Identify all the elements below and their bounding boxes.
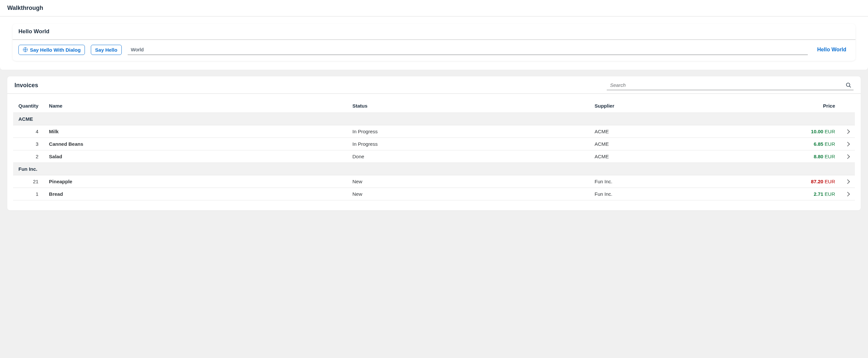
cell-status: In Progress [347, 138, 589, 150]
cell-status: In Progress [347, 125, 589, 138]
price-currency: EUR [823, 179, 835, 184]
svg-point-2 [846, 83, 850, 87]
table-row[interactable]: 4MilkIn ProgressACME10.00 EUR [13, 125, 855, 138]
cell-supplier: ACME [589, 138, 794, 150]
col-name: Name [44, 99, 347, 113]
price-amount: 2.71 [814, 191, 823, 197]
price-amount: 10.00 [811, 129, 824, 134]
chevron-right-icon[interactable] [845, 192, 850, 197]
cell-quantity: 21 [13, 175, 44, 188]
col-nav [840, 99, 855, 113]
hello-toolbar: Say Hello With Dialog Say Hello Hello Wo… [12, 40, 856, 61]
cell-name: Milk [44, 125, 347, 138]
price-currency: EUR [823, 141, 835, 147]
cell-name: Canned Beans [44, 138, 347, 150]
walkthrough-panel: Walkthrough Hello World Say Hello With D… [0, 0, 868, 70]
invoices-table-wrap: Quantity Name Status Supplier Price ACME… [7, 94, 861, 200]
walkthrough-title: Walkthrough [7, 5, 43, 11]
cell-price: 87.20 EUR [794, 175, 840, 188]
cell-price: 2.71 EUR [794, 188, 840, 200]
cell-nav[interactable] [840, 150, 855, 163]
cell-price: 8.80 EUR [794, 150, 840, 163]
cell-nav[interactable] [840, 175, 855, 188]
price-currency: EUR [823, 154, 835, 159]
svg-line-3 [849, 86, 851, 88]
invoices-table-header-row: Quantity Name Status Supplier Price [13, 99, 855, 113]
table-row[interactable]: 1BreadNewFun Inc.2.71 EUR [13, 188, 855, 200]
col-supplier: Supplier [589, 99, 794, 113]
table-group-label: ACME [13, 113, 855, 125]
cell-quantity: 1 [13, 188, 44, 200]
cell-status: New [347, 188, 589, 200]
say-hello-button[interactable]: Say Hello [91, 45, 122, 55]
cell-supplier: Fun Inc. [589, 175, 794, 188]
price-currency: EUR [823, 129, 835, 134]
cell-price: 10.00 EUR [794, 125, 840, 138]
price-amount: 8.80 [814, 154, 823, 159]
say-hello-with-dialog-label: Say Hello With Dialog [30, 47, 81, 53]
table-group-label: Fun Inc. [13, 163, 855, 175]
invoices-title: Invoices [14, 82, 38, 89]
cell-name: Bread [44, 188, 347, 200]
cell-status: New [347, 175, 589, 188]
invoices-header: Invoices [7, 76, 861, 94]
cell-nav[interactable] [840, 138, 855, 150]
table-group-row[interactable]: ACME [13, 113, 855, 125]
hello-world-title: Hello World [19, 28, 849, 35]
price-currency: EUR [823, 191, 835, 197]
chevron-right-icon[interactable] [845, 129, 850, 134]
cell-quantity: 3 [13, 138, 44, 150]
price-amount: 87.20 [811, 179, 824, 184]
cell-name: Pineapple [44, 175, 347, 188]
cell-status: Done [347, 150, 589, 163]
say-hello-label: Say Hello [95, 47, 118, 53]
hello-world-header: Hello World [12, 24, 856, 40]
table-row[interactable]: 21PineappleNewFun Inc.87.20 EUR [13, 175, 855, 188]
walkthrough-header: Walkthrough [0, 0, 868, 17]
chevron-right-icon[interactable] [845, 179, 850, 184]
price-amount: 6.85 [814, 141, 823, 147]
cell-supplier: ACME [589, 150, 794, 163]
cell-nav[interactable] [840, 188, 855, 200]
search-input[interactable] [607, 80, 844, 90]
cell-supplier: ACME [589, 125, 794, 138]
cell-nav[interactable] [840, 125, 855, 138]
cell-quantity: 4 [13, 125, 44, 138]
say-hello-with-dialog-button[interactable]: Say Hello With Dialog [19, 45, 85, 55]
cell-name: Salad [44, 150, 347, 163]
hello-input[interactable] [128, 44, 808, 55]
invoices-table: Quantity Name Status Supplier Price ACME… [13, 99, 855, 200]
cell-supplier: Fun Inc. [589, 188, 794, 200]
cell-price: 6.85 EUR [794, 138, 840, 150]
chevron-right-icon[interactable] [845, 154, 850, 159]
col-status: Status [347, 99, 589, 113]
invoices-panel: Invoices Quantity Name Status Supplier [7, 76, 861, 210]
cell-quantity: 2 [13, 150, 44, 163]
col-price: Price [794, 99, 840, 113]
search-field[interactable] [607, 80, 854, 90]
table-row[interactable]: 3Canned BeansIn ProgressACME6.85 EUR [13, 138, 855, 150]
search-icon[interactable] [846, 82, 851, 88]
globe-icon [23, 47, 28, 52]
hello-world-panel: Hello World Say Hello With Dialog Say He… [12, 24, 856, 61]
col-quantity: Quantity [13, 99, 44, 113]
chevron-right-icon[interactable] [845, 142, 850, 146]
hello-world-link[interactable]: Hello World [817, 47, 846, 53]
table-group-row[interactable]: Fun Inc. [13, 163, 855, 175]
table-row[interactable]: 2SaladDoneACME8.80 EUR [13, 150, 855, 163]
